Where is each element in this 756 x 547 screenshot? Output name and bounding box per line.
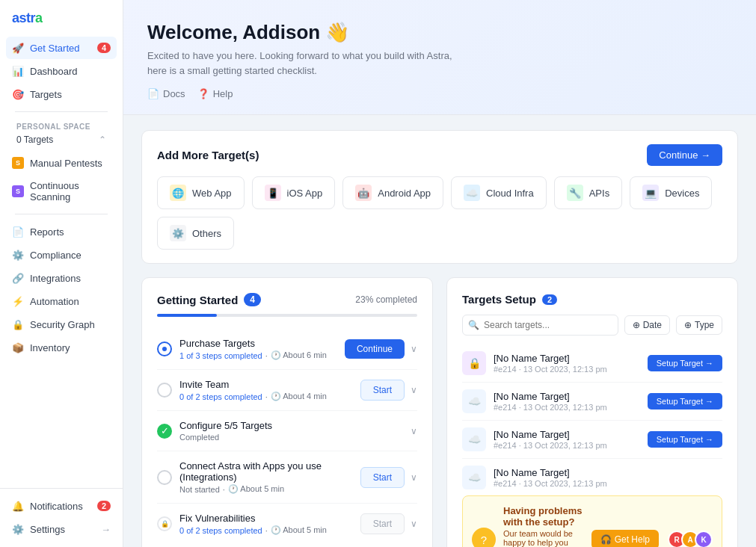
- ios-app-icon: 📱: [265, 185, 281, 201]
- target-item-meta-2: #e214 · 13 Oct 2023, 12:13 pm: [494, 403, 640, 412]
- chevron-down-icon-connect[interactable]: ∨: [411, 472, 417, 483]
- checklist-icon-configure: ✓: [157, 424, 172, 439]
- targets-list: 🔒 [No Name Target] #e214 · 13 Oct 2023, …: [462, 344, 722, 489]
- personal-space-targets: 0 Targets ⌃: [16, 132, 106, 147]
- invite-start-button[interactable]: Start: [360, 380, 405, 401]
- welcome-subtitle: Excited to have you here. Looking forwar…: [147, 49, 461, 78]
- search-input[interactable]: [462, 315, 618, 336]
- sidebar-item-dashboard[interactable]: 📊 Dashboard: [6, 60, 117, 82]
- checklist-content-fix: Fix Vulnerabilities 0 of 2 steps complet…: [179, 513, 353, 535]
- checklist-actions-invite: Start ∨: [360, 380, 417, 401]
- date-filter-button[interactable]: ⊕ Date: [624, 315, 670, 335]
- checklist-item-purchase-targets: Purchase Targets 1 of 3 steps completed …: [157, 329, 417, 370]
- search-icon: 🔍: [468, 320, 479, 330]
- sidebar-item-settings[interactable]: ⚙️ Settings →: [6, 518, 117, 540]
- continue-button[interactable]: Continue →: [647, 144, 722, 166]
- setup-target-button-2[interactable]: Setup Target →: [648, 393, 722, 410]
- nav-divider: [15, 111, 108, 112]
- getting-started-card: Getting Started 4 23% completed: [141, 277, 433, 547]
- sidebar-nav: 🚀 Get Started 4 📊 Dashboard 🎯 Targets PE…: [0, 34, 123, 488]
- checklist-item-invite-team: Invite Team 0 of 2 steps completed · 🕐 A…: [157, 370, 417, 411]
- logo: astra: [0, 0, 123, 34]
- setup-target-button-3[interactable]: Setup Target →: [648, 431, 722, 448]
- target-type-devices[interactable]: 💻 Devices: [630, 176, 712, 209]
- target-type-cloud-infra[interactable]: ☁️ Cloud Infra: [451, 176, 547, 209]
- docs-link[interactable]: 📄 Docs: [147, 88, 185, 99]
- chevron-down-icon[interactable]: ∨: [411, 344, 417, 354]
- nav-divider-2: [15, 214, 108, 214]
- sidebar-item-security-graph[interactable]: 🔒 Security Graph: [6, 313, 117, 336]
- checklist-title-purchase: Purchase Targets: [179, 338, 337, 349]
- target-type-android-app[interactable]: 🤖 Android App: [342, 176, 443, 209]
- fix-start-button: Start: [360, 513, 405, 534]
- checklist-content-invite: Invite Team 0 of 2 steps completed · 🕐 A…: [179, 379, 353, 401]
- checklist-actions-fix: Start ∨: [360, 513, 417, 534]
- checklist-meta-configure: Completed: [179, 433, 403, 442]
- getting-started-badge: 4: [244, 293, 261, 306]
- logo-text: astra: [12, 10, 43, 25]
- security-graph-icon: 🔒: [12, 318, 24, 330]
- sidebar-item-reports[interactable]: 📄 Reports: [6, 220, 117, 243]
- checklist-row: Purchase Targets 1 of 3 steps completed …: [157, 338, 417, 360]
- get-help-button[interactable]: 🎧 Get Help: [591, 530, 659, 547]
- checklist-row-invite: Invite Team 0 of 2 steps completed · 🕐 A…: [157, 379, 417, 401]
- chevron-down-icon-invite[interactable]: ∨: [411, 385, 417, 395]
- checklist-title-invite: Invite Team: [179, 379, 353, 390]
- target-type-apis[interactable]: 🔧 APIs: [554, 176, 622, 209]
- type-filter-button[interactable]: ⊕ Type: [676, 315, 722, 335]
- target-section: Add More Target(s) Continue → 🌐 Web App …: [141, 130, 738, 264]
- sidebar-item-get-started[interactable]: 🚀 Get Started 4: [6, 37, 117, 59]
- sidebar-item-targets[interactable]: 🎯 Targets: [6, 83, 117, 105]
- target-item-meta-4: #e214 · 13 Oct 2023, 12:13 pm: [494, 479, 675, 488]
- purchase-continue-button[interactable]: Continue: [345, 339, 405, 359]
- checklist-icon-connect: [157, 470, 172, 485]
- inventory-icon: 📦: [12, 342, 24, 353]
- reports-icon: 📄: [12, 226, 24, 238]
- checklist-content-purchase: Purchase Targets 1 of 3 steps completed …: [179, 338, 337, 360]
- target-type-ios-app[interactable]: 📱 iOS App: [252, 176, 336, 209]
- notifications-badge: 2: [97, 501, 111, 511]
- type-filter-icon: ⊕: [684, 320, 692, 330]
- personal-space-section: PERSONAL SPACE 0 Targets ⌃: [6, 118, 117, 150]
- sidebar-item-manual-pentests[interactable]: S Manual Pentests: [6, 152, 117, 174]
- chevron-down-icon-configure[interactable]: ∨: [411, 426, 417, 436]
- sidebar-item-compliance[interactable]: ⚙️ Compliance: [6, 244, 117, 266]
- target-item-2: ☁️ [No Name Target] #e214 · 13 Oct 2023,…: [462, 383, 722, 421]
- get-started-badge: 4: [97, 43, 111, 53]
- help-banner-content: Having problems with the setup? Our team…: [503, 505, 584, 547]
- target-item-meta-3: #e214 · 13 Oct 2023, 12:13 pm: [494, 441, 640, 450]
- logout-icon: →: [101, 524, 111, 535]
- android-app-icon: 🤖: [355, 185, 372, 201]
- help-banner: ? Having problems with the setup? Our te…: [462, 495, 722, 547]
- sidebar-item-continuous-scanning[interactable]: S Continuous Scanning: [6, 175, 117, 208]
- targets-icon: 🎯: [12, 88, 24, 100]
- sidebar-item-automation[interactable]: ⚡ Automation: [6, 290, 117, 312]
- svg-point-0: [162, 347, 167, 351]
- sidebar-item-inventory[interactable]: 📦 Inventory: [6, 336, 117, 359]
- sidebar-item-notifications[interactable]: 🔔 Notifications 2: [6, 495, 117, 517]
- sidebar-footer: 🔔 Notifications 2 ⚙️ Settings →: [0, 488, 123, 547]
- target-item-3: ☁️ [No Name Target] #e214 · 13 Oct 2023,…: [462, 421, 722, 459]
- connect-start-button[interactable]: Start: [360, 467, 405, 488]
- welcome-title: Welcome, Addison 👋: [147, 21, 732, 44]
- sidebar: astra 🚀 Get Started 4 📊 Dashboard 🎯 Targ…: [0, 0, 123, 547]
- help-link[interactable]: ❓ Help: [197, 88, 233, 99]
- progress-bar-container: [157, 314, 417, 317]
- targets-setup-badge: 2: [542, 294, 557, 305]
- welcome-banner: Welcome, Addison 👋 Excited to have you h…: [123, 0, 756, 115]
- sidebar-item-integrations[interactable]: 🔗 Integrations: [6, 267, 117, 289]
- checklist-meta-fix: 0 of 2 steps completed · 🕐 About 5 min: [179, 525, 353, 535]
- target-item-icon-1: 🔒: [462, 351, 486, 375]
- target-types: 🌐 Web App 📱 iOS App 🤖 Android App ☁️ Clo…: [157, 176, 722, 250]
- target-type-others[interactable]: ⚙️ Others: [157, 217, 234, 250]
- two-col-section: Getting Started 4 23% completed: [141, 277, 738, 547]
- sidebar-label-targets: Targets: [30, 89, 62, 100]
- automation-icon: ⚡: [12, 295, 24, 307]
- targets-setup-card: Targets Setup 2 🔍 ⊕ Date ⊕ Ty: [446, 277, 738, 547]
- others-icon: ⚙️: [170, 225, 186, 241]
- target-item-info-1: [No Name Target] #e214 · 13 Oct 2023, 12…: [494, 353, 640, 374]
- chevron-down-icon-fix[interactable]: ∨: [411, 519, 417, 529]
- target-type-web-app[interactable]: 🌐 Web App: [157, 176, 245, 209]
- setup-target-button-1[interactable]: Setup Target →: [648, 355, 722, 371]
- checklist-actions-connect: Start ∨: [360, 467, 417, 488]
